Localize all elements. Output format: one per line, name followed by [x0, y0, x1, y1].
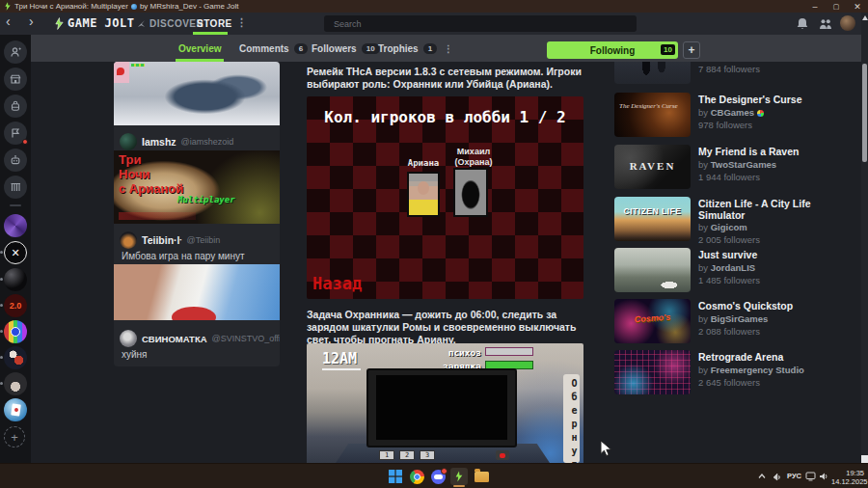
tab-trophies[interactable]: Trophies1: [378, 35, 437, 62]
rail-add-button[interactable]: +: [4, 426, 25, 447]
rail-game-avatar-7[interactable]: [4, 372, 27, 395]
lobby-screenshot[interactable]: Кол. игроков в лобби 1 / 2 Ариана Михаил…: [307, 96, 583, 299]
screen: Три Ночи с Арианой: Multiplayer by MRshi…: [0, 0, 868, 488]
add-to-library-button[interactable]: +: [683, 41, 700, 59]
post-image-1[interactable]: [114, 62, 280, 125]
rail-game-avatar-1[interactable]: [4, 214, 27, 237]
rail-shop-button[interactable]: [4, 68, 27, 91]
turn-around-button: Обернут: [563, 374, 580, 463]
tray-time: 19:35: [831, 469, 864, 477]
quests-icon: [10, 127, 21, 139]
avatar-teiibin: [120, 231, 137, 249]
post-image-3[interactable]: [114, 264, 280, 320]
close-button[interactable]: ✕: [847, 0, 868, 13]
taskbar-chrome-button[interactable]: [408, 468, 425, 485]
shop-icon: [10, 73, 21, 85]
post-image-2-game-logo[interactable]: ТриНочис Арианой Multiplayer: [114, 150, 280, 224]
gameplay-screenshot[interactable]: 12AM психоз зарядка 1 2 3 Обернут: [307, 343, 583, 463]
tray-date: 14.12.2025: [831, 477, 864, 486]
window-controls: – ▢ ✕: [804, 0, 868, 13]
window-titlebar: Три Ночи с Арианой: Multiplayer by MRshi…: [0, 0, 868, 13]
rec-thumb-1[interactable]: The Designer's Curse: [614, 93, 691, 137]
minimize-button[interactable]: –: [804, 0, 826, 13]
notifications-bell-icon[interactable]: [797, 17, 808, 30]
post-image-3-detail: [172, 307, 216, 320]
search-input[interactable]: [324, 15, 637, 32]
laptop-monitor: [366, 368, 517, 447]
globe-icon: [131, 4, 137, 10]
rec-thumb-5[interactable]: Cosmo's: [614, 299, 691, 343]
following-button[interactable]: Following 10: [547, 41, 678, 59]
gamejolt-logo-text: GAME JOLT: [68, 16, 135, 30]
post-user-1[interactable]: Iamshz @iamshezoid: [120, 133, 233, 150]
comments-count-badge: 6: [294, 43, 308, 54]
psycho-bar: [485, 347, 533, 356]
rail-game-avatar-3[interactable]: [4, 268, 27, 291]
tab-followers[interactable]: Followers10: [312, 35, 380, 62]
rail-game-avatar-5[interactable]: [4, 320, 27, 343]
rail-library-button[interactable]: [4, 176, 27, 199]
following-count: 10: [661, 44, 675, 55]
followers-count-badge: 10: [362, 43, 380, 54]
rec-thumb-3[interactable]: CITIZEN LIFE: [614, 197, 691, 241]
scrollbar-thumb[interactable]: [862, 64, 867, 162]
discord-badge: [441, 468, 448, 474]
nav-discover[interactable]: DISCOVER: [137, 18, 203, 29]
maximize-button[interactable]: ▢: [826, 0, 847, 13]
rec-thumb-4[interactable]: [614, 248, 691, 292]
rail-game-avatar-6[interactable]: [4, 346, 27, 369]
tab-overview[interactable]: Overview: [178, 35, 221, 62]
gamejolt-bolt-icon: [54, 17, 65, 30]
rail-game-avatar-4[interactable]: 2.0: [4, 294, 27, 317]
time-underline: [322, 368, 361, 370]
lobby-title: Кол. игроков в лобби 1 / 2: [307, 108, 583, 126]
psycho-label: психоз: [448, 347, 481, 358]
post-user-3[interactable]: СВИНОМАТКА @SVINSTVO_official: [120, 330, 280, 347]
game-description-p1: Ремейк ТНсА версии 1.8.3 с сетевым режим…: [307, 66, 586, 91]
key-3: 3: [420, 450, 435, 460]
folder-icon: [475, 472, 489, 482]
user-avatar[interactable]: [840, 15, 855, 31]
taskbar-discord-button[interactable]: [429, 468, 447, 485]
tray-volume-icon[interactable]: [819, 472, 828, 481]
gamejolt-logo[interactable]: GAME JOLT: [54, 16, 135, 30]
tray-clock[interactable]: 19:35 14.12.2025: [831, 469, 864, 486]
gamejolt-active-underline: [453, 485, 465, 487]
post-user-2[interactable]: Teiibin·ŀ @Teiibin: [120, 231, 220, 249]
rec-thumb-2[interactable]: RAVEN: [614, 145, 691, 189]
rail-backpack-button[interactable]: [4, 95, 27, 118]
taskbar: РУС 19:35 14.12.2025: [0, 463, 868, 488]
tray-network-icon[interactable]: [773, 472, 782, 481]
red-button: [496, 450, 509, 460]
taskbar-start-button[interactable]: [387, 468, 404, 485]
rail-home-button[interactable]: [4, 41, 27, 64]
scrollbar-up-arrow[interactable]: [862, 15, 868, 20]
tray-chevron-up-icon[interactable]: [758, 474, 766, 478]
taskbar-explorer-button[interactable]: [473, 468, 490, 485]
lobby-portrait-ariana: [407, 172, 440, 217]
taskbar-gamejolt-button[interactable]: [450, 468, 468, 485]
rail-quests-button[interactable]: [4, 122, 27, 145]
key-2: 2: [399, 450, 415, 460]
tray-display-icon[interactable]: [805, 472, 816, 481]
nav-kebab-menu[interactable]: ⋮: [236, 16, 247, 29]
rail-game-avatar-2[interactable]: ✕: [4, 241, 27, 264]
nav-forward-button[interactable]: ›: [29, 14, 34, 29]
rail-game-avatar-8[interactable]: [4, 398, 27, 421]
tab-comments[interactable]: Comments6: [239, 35, 308, 62]
tabs-kebab-menu[interactable]: ⋮: [444, 35, 453, 62]
tray-language[interactable]: РУС: [787, 472, 801, 480]
avatar-svinomatka: [120, 330, 137, 347]
gameplay-time: 12AM: [322, 350, 357, 367]
friends-icon[interactable]: [819, 18, 832, 30]
verified-badge-icon: [757, 110, 764, 117]
gamejolt-bolt-icon: [454, 471, 464, 482]
nav-back-button[interactable]: ‹: [6, 14, 11, 29]
rec-thumb-0[interactable]: [614, 62, 691, 84]
scrollbar-down-arrow[interactable]: [861, 455, 868, 463]
lobby-back-button: Назад: [312, 274, 362, 293]
rec-thumb-6[interactable]: [614, 350, 691, 394]
rail-bot-button[interactable]: [4, 149, 27, 172]
left-rail: ✕ 2.0 +: [0, 35, 31, 463]
nav-store[interactable]: STORE: [197, 18, 232, 29]
